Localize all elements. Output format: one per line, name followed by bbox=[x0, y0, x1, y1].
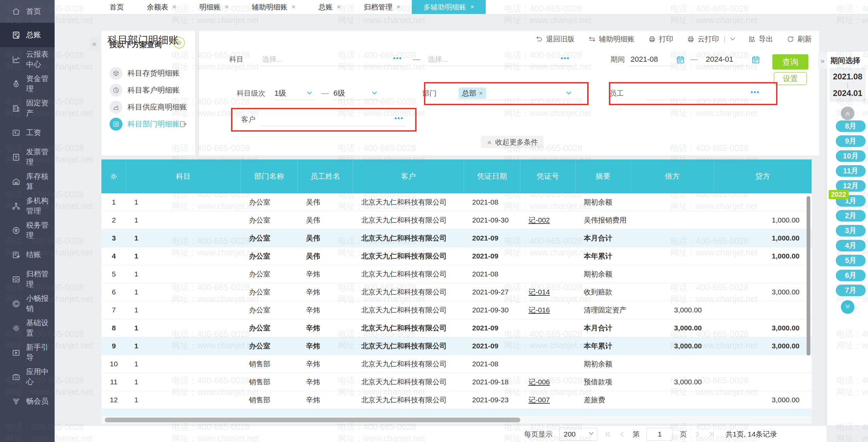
sidebar-item[interactable]: 小畅报销 bbox=[0, 291, 55, 316]
per-page-select[interactable]: 200 bbox=[559, 428, 597, 441]
month-pill[interactable]: 6月 bbox=[836, 270, 866, 281]
tab[interactable]: 归档管理 × bbox=[352, 0, 412, 14]
tab[interactable]: 辅助明细账 × bbox=[240, 0, 307, 14]
sidebar-item[interactable]: 多机构管理 bbox=[0, 194, 55, 218]
employee-input[interactable]: ⋯ bbox=[646, 87, 761, 100]
next-page-icon[interactable] bbox=[694, 430, 701, 438]
sidebar-item[interactable]: 结账 bbox=[0, 243, 55, 267]
table-row[interactable]: 12 1 销售部 辛炜 北京天九仁和科技有限公司 2021-09-23 记-00… bbox=[101, 391, 812, 409]
sidebar-item[interactable]: 基础设置 bbox=[0, 316, 55, 340]
column-header[interactable]: 凭证日期 bbox=[464, 159, 520, 193]
back-old-version-button[interactable]: 退回旧版 bbox=[535, 34, 575, 44]
subject-to-input[interactable]: 选择... ⋯ bbox=[426, 53, 572, 66]
customer-input[interactable]: ⋯ bbox=[261, 113, 405, 126]
query-button[interactable]: 查询 bbox=[772, 54, 808, 70]
tab[interactable]: 多辅助明细账 × bbox=[412, 0, 486, 14]
month-pill[interactable]: 9月 bbox=[836, 135, 866, 147]
collapse-panel-handle[interactable]: « bbox=[89, 37, 99, 51]
tab[interactable]: 明细账 × bbox=[188, 0, 240, 14]
voucher-link[interactable]: 记-014 bbox=[528, 287, 550, 297]
month-pill[interactable]: 5月 bbox=[836, 255, 866, 266]
scheme-item[interactable]: 科目供应商明细账 bbox=[101, 99, 195, 116]
table-row[interactable]: 10 1 销售部 辛炜 北京天九仁和科技有限公司 2021-08 期初余额 bbox=[101, 355, 812, 373]
sidebar-item[interactable]: 总账 bbox=[0, 23, 55, 47]
first-page-icon[interactable] bbox=[604, 430, 612, 438]
tab-close-icon[interactable]: × bbox=[172, 3, 176, 11]
sidebar-item[interactable]: 云报表中心 bbox=[0, 47, 55, 72]
more-icon[interactable]: ⋯ bbox=[560, 53, 570, 64]
period-from-input[interactable]: 2021-08 bbox=[629, 53, 673, 66]
tab-close-icon[interactable]: × bbox=[337, 3, 341, 11]
voucher-link[interactable]: 记-006 bbox=[528, 377, 550, 387]
sidebar-item[interactable]: 畅会员 bbox=[0, 389, 55, 414]
tab[interactable]: 总账 × bbox=[307, 0, 352, 14]
voucher-link[interactable]: 记-016 bbox=[528, 305, 550, 315]
column-header[interactable]: 贷方 bbox=[714, 159, 812, 193]
scheme-item[interactable]: 科目存货明细账 bbox=[101, 65, 195, 82]
cloud-print-dropdown-icon[interactable] bbox=[730, 36, 735, 40]
sidebar-item[interactable]: 归档管理 bbox=[0, 267, 55, 291]
sidebar-item[interactable]: 库存核算 bbox=[0, 169, 55, 194]
scheme-item[interactable]: 科目部门明细账 bbox=[101, 116, 195, 133]
tab-close-icon[interactable]: × bbox=[225, 3, 229, 11]
refresh-button[interactable]: 刷新 bbox=[787, 34, 812, 44]
page-number-input[interactable]: 1 bbox=[647, 428, 673, 441]
more-icon[interactable]: ⋯ bbox=[750, 87, 759, 98]
remove-tag-icon[interactable]: × bbox=[479, 90, 483, 97]
scroll-months-up-button[interactable] bbox=[841, 107, 854, 120]
period-to-input[interactable]: 2024-01 bbox=[705, 53, 749, 66]
subject-from-input[interactable]: 选择... ⋯ bbox=[260, 53, 404, 66]
table-row[interactable]: 6 1 办公室 辛炜 北京天九仁和科技有限公司 2021-09-27 记-014… bbox=[101, 283, 812, 301]
month-pill[interactable]: 11月 bbox=[836, 165, 866, 177]
horizontal-scrollbar[interactable] bbox=[101, 417, 812, 423]
sidebar-item[interactable]: 发票管理 bbox=[0, 145, 55, 169]
last-page-icon[interactable] bbox=[708, 430, 715, 438]
tab-close-icon[interactable]: × bbox=[470, 3, 474, 11]
column-header[interactable]: 部门名称 bbox=[241, 159, 298, 193]
table-row[interactable]: 7 1 办公室 辛炜 北京天九仁和科技有限公司 2021-09-30 记-016… bbox=[101, 301, 812, 319]
table-row[interactable]: 2 1 办公室 吴伟 北京天九仁和科技有限公司 2021-09-30 记-002… bbox=[101, 211, 812, 229]
voucher-link[interactable]: 记-002 bbox=[528, 215, 550, 225]
month-pill[interactable]: 10月 bbox=[836, 150, 866, 162]
month-pill[interactable]: 2月 bbox=[836, 210, 866, 222]
settings-button[interactable]: 设置 bbox=[774, 72, 807, 85]
column-header[interactable]: 客户 bbox=[353, 159, 464, 193]
sidebar-item[interactable]: 新手引导 bbox=[0, 340, 55, 365]
save-scheme-icon[interactable] bbox=[179, 120, 188, 129]
column-header[interactable]: 科目 bbox=[126, 159, 241, 193]
calendar-icon[interactable] bbox=[751, 55, 761, 65]
table-row[interactable]: 1 1 办公室 吴伟 北京天九仁和科技有限公司 2021-08 期初余额 bbox=[101, 193, 812, 211]
month-pill[interactable]: 3月 bbox=[836, 225, 866, 236]
prev-page-icon[interactable] bbox=[618, 430, 626, 438]
more-icon[interactable]: ⋯ bbox=[394, 113, 403, 124]
sidebar-item[interactable]: 税务管理 bbox=[0, 218, 55, 243]
column-header[interactable]: 凭证号 bbox=[520, 159, 576, 193]
tab-close-icon[interactable]: × bbox=[291, 3, 295, 11]
dept-tag[interactable]: 总部 × bbox=[459, 88, 486, 99]
print-button[interactable]: 打印 bbox=[648, 34, 673, 44]
column-header[interactable]: 员工姓名 bbox=[298, 159, 353, 193]
table-row[interactable]: 11 1 销售部 辛炜 北京天九仁和科技有限公司 2021-09-18 记-00… bbox=[101, 373, 812, 391]
column-header[interactable]: 摘要 bbox=[576, 159, 631, 193]
aux-ledger-button[interactable]: 辅助明细账 bbox=[588, 34, 635, 44]
chevron-down-icon[interactable] bbox=[566, 90, 571, 94]
table-row[interactable]: 9 1 办公室 辛炜 北京天九仁和科技有限公司 2021-09 本年累计 3,0… bbox=[101, 337, 812, 355]
collapse-more-conditions-button[interactable]: 收起更多条件 bbox=[481, 136, 543, 148]
sidebar-item[interactable]: 资金管理 bbox=[0, 72, 55, 96]
sidebar-item[interactable]: 首页 bbox=[0, 0, 55, 23]
cloud-print-button[interactable]: 云打印 bbox=[687, 34, 719, 44]
tab[interactable]: 首页 bbox=[98, 0, 135, 14]
vertical-scrollbar[interactable] bbox=[807, 196, 810, 355]
export-button[interactable]: 导出 bbox=[748, 34, 773, 44]
column-header[interactable]: 借方 bbox=[631, 159, 714, 193]
tab-close-icon[interactable]: × bbox=[397, 3, 401, 11]
month-pill[interactable]: 8月 bbox=[836, 120, 866, 132]
column-settings-gear-icon[interactable] bbox=[101, 159, 126, 193]
table-row[interactable]: 8 1 办公室 辛炜 北京天九仁和科技有限公司 2021-09 本月合计 3,0… bbox=[101, 319, 812, 337]
scroll-months-down-button[interactable] bbox=[841, 300, 854, 314]
sidebar-item[interactable]: 应用中心 bbox=[0, 365, 55, 389]
more-icon[interactable]: ⋯ bbox=[393, 53, 402, 64]
expand-panel-handle[interactable]: » bbox=[818, 53, 827, 69]
sidebar-item[interactable]: 工资 bbox=[0, 120, 55, 145]
tab[interactable]: 余额表 × bbox=[135, 0, 188, 14]
